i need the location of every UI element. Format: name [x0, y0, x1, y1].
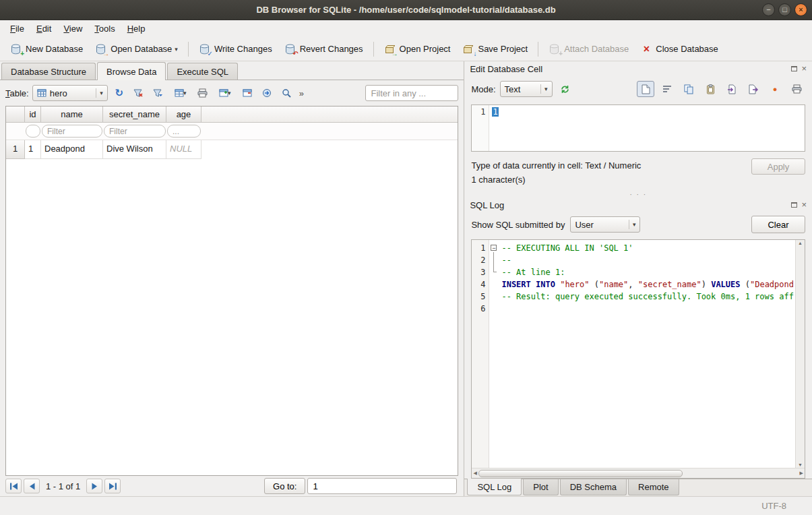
copy-icon[interactable] [680, 81, 697, 97]
grid-empty-area [6, 159, 458, 475]
row-number[interactable]: 1 [6, 140, 25, 159]
text-view-icon[interactable] [637, 81, 654, 97]
dock-tab-plot[interactable]: Plot [523, 479, 558, 495]
cell-editor-value[interactable]: 1 [492, 107, 498, 117]
show-sql-label: Show SQL submitted by [471, 220, 565, 230]
insert-record-icon[interactable]: ▾ [214, 85, 236, 101]
menubar: File Edit View Tools Help [0, 20, 812, 37]
find-record-icon[interactable] [278, 85, 294, 101]
save-filter-icon[interactable] [150, 85, 166, 101]
window-title: DB Browser for SQLite - /home/user/code/… [256, 5, 555, 15]
filter-name-input[interactable] [42, 125, 102, 138]
dock-tab-sql-log[interactable]: SQL Log [467, 479, 522, 495]
print-cell-icon[interactable] [788, 81, 805, 97]
table-icon [37, 88, 46, 98]
goto-button[interactable]: Go to: [264, 478, 305, 494]
open-project-button[interactable]: → Open Project [378, 40, 457, 58]
previous-record-button[interactable] [24, 479, 40, 493]
sql-log-view[interactable]: 1 2 3 4 5 6 − -- EXECUTING ALL IN 'SQL [471, 239, 805, 479]
float-panel-icon[interactable] [791, 66, 797, 71]
column-header-id[interactable]: id [25, 107, 41, 123]
close-panel-icon[interactable]: × [801, 65, 807, 73]
goto-record-icon[interactable] [259, 85, 275, 101]
grid-header-row: id name secret_name age [6, 107, 458, 123]
apply-button[interactable]: Apply [751, 158, 805, 175]
cell-age[interactable]: NULL [166, 140, 201, 159]
chevron-down-icon: ▾ [96, 88, 103, 98]
revert-changes-button[interactable]: ↶ Revert Changes [278, 40, 369, 58]
scrollbar-thumb[interactable] [478, 470, 683, 477]
horizontal-scrollbar[interactable]: ◀ ▶ [472, 468, 805, 478]
fold-collapse-icon[interactable]: − [491, 245, 497, 251]
filter-any-column-input[interactable] [365, 85, 458, 101]
paste-icon[interactable] [701, 81, 719, 97]
write-changes-icon: ✓ [199, 44, 210, 55]
open-project-label: Open Project [400, 44, 451, 54]
column-header-age[interactable]: age [166, 107, 201, 123]
toolbar-overflow-icon[interactable]: » [298, 88, 305, 98]
cell-name[interactable]: Deadpond [41, 140, 103, 159]
menu-edit[interactable]: Edit [30, 22, 57, 36]
status-bar: UTF-8 [0, 496, 812, 515]
browse-pane: Database Structure Browse Data Execute S… [0, 61, 464, 496]
table-select[interactable]: hero ▾ [32, 85, 108, 101]
dock-tab-remote[interactable]: Remote [628, 479, 679, 495]
submitter-select[interactable]: User ▾ [570, 216, 640, 233]
tab-browse-data[interactable]: Browse Data [97, 62, 166, 80]
chevron-down-icon: ▾ [540, 84, 548, 94]
menu-file[interactable]: File [4, 22, 30, 36]
close-database-button[interactable]: × Close Database [635, 40, 724, 58]
open-database-button[interactable]: → Open Database ▾ [89, 40, 184, 58]
tab-database-structure[interactable]: Database Structure [1, 63, 96, 80]
clear-log-button[interactable]: Clear [751, 216, 805, 233]
menu-help[interactable]: Help [121, 22, 152, 36]
last-record-button[interactable] [104, 479, 121, 493]
cell-editor[interactable]: 1 1 [471, 104, 805, 152]
attach-database-button: + Attach Database [542, 40, 635, 58]
close-icon[interactable]: × [794, 3, 807, 16]
menu-tools[interactable]: Tools [88, 22, 121, 36]
grid-corner[interactable] [6, 107, 25, 123]
save-table-icon[interactable]: ▾ [170, 85, 191, 101]
delete-record-icon[interactable] [239, 85, 255, 101]
cell-info: Type of data currently in cell: Text / N… [464, 157, 812, 191]
clear-filters-icon[interactable] [131, 85, 147, 101]
filter-id-input[interactable] [26, 125, 40, 138]
goto-record-input[interactable] [307, 478, 457, 494]
import-icon[interactable] [723, 81, 741, 97]
auto-switch-mode-icon[interactable] [557, 81, 574, 97]
minimize-icon[interactable]: − [762, 3, 775, 16]
dock-tab-db-schema[interactable]: DB Schema [560, 479, 627, 495]
data-grid[interactable]: id name secret_name age 1 1 Deadpond [5, 106, 458, 476]
cell-secret-name[interactable]: Dive Wilson [103, 140, 166, 159]
maximize-icon[interactable]: □ [778, 3, 791, 16]
filter-secret-name-input[interactable] [104, 125, 166, 138]
new-database-button[interactable]: + New Database [4, 40, 89, 58]
close-panel-icon[interactable]: × [801, 201, 807, 209]
export-icon[interactable] [745, 81, 762, 97]
open-database-dropdown-icon[interactable]: ▾ [175, 46, 178, 53]
save-project-icon: ↓ [462, 44, 474, 55]
tab-execute-sql[interactable]: Execute SQL [167, 63, 238, 80]
close-database-icon: × [641, 44, 652, 55]
dock-tabs: SQL Log Plot DB Schema Remote [464, 479, 812, 496]
splitter-handle[interactable]: · · · [464, 191, 812, 198]
save-project-button[interactable]: ↓ Save Project [456, 40, 534, 58]
first-record-button[interactable] [5, 479, 22, 493]
float-panel-icon[interactable] [791, 202, 797, 208]
word-wrap-icon[interactable] [658, 81, 676, 97]
browse-toolbar: Table: hero ▾ ↻ ▾ [0, 80, 464, 106]
next-record-button[interactable] [86, 479, 102, 493]
mode-select[interactable]: Text ▾ [500, 81, 553, 97]
set-null-icon[interactable]: ● [766, 81, 784, 97]
column-header-name[interactable]: name [41, 107, 103, 123]
cell-id[interactable]: 1 [25, 140, 41, 159]
print-icon[interactable] [195, 85, 211, 101]
refresh-icon[interactable]: ↻ [111, 85, 127, 101]
menu-view[interactable]: View [57, 22, 88, 36]
write-changes-button[interactable]: ✓ Write Changes [193, 40, 278, 58]
record-range-label: 1 - 1 of 1 [42, 481, 84, 491]
filter-age-input[interactable] [167, 125, 201, 138]
column-header-secret-name[interactable]: secret_name [103, 107, 166, 123]
vertical-scrollbar[interactable]: ▲ ▼ [795, 240, 805, 468]
